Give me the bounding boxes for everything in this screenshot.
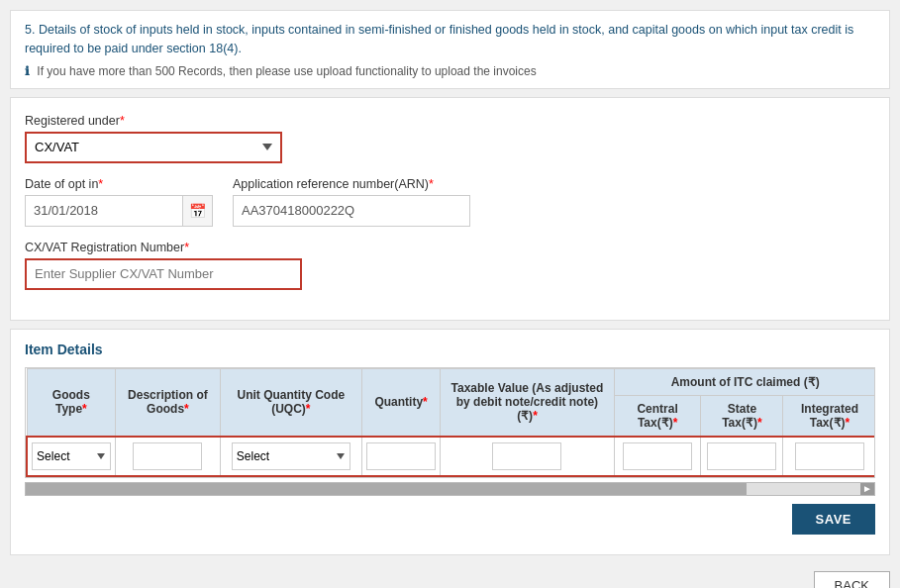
header-uqc: Unit Quantity Code (UQC)* <box>220 368 361 437</box>
scroll-right-arrow[interactable]: ► <box>860 483 874 495</box>
taxable-value-input[interactable] <box>492 442 561 470</box>
cx-vat-group: CX/VAT Registration Number* <box>25 241 302 290</box>
arn-group: Application reference number(ARN)* <box>233 177 470 227</box>
date-arn-row: Date of opt in* 📅 Application reference … <box>25 177 875 227</box>
save-button-row: SAVE <box>25 496 875 542</box>
header-quantity: Quantity* <box>362 368 441 437</box>
header-central-tax: Central Tax(₹)* <box>614 395 701 437</box>
quantity-input[interactable] <box>366 442 436 470</box>
back-button[interactable]: BACK <box>814 571 890 589</box>
arn-label: Application reference number(ARN)* <box>233 177 470 191</box>
item-details-section: Item Details Goods Type* Description of … <box>10 329 890 555</box>
header-itc-amount: Amount of ITC claimed (₹) <box>614 368 875 395</box>
header-state-tax: State Tax(₹)* <box>701 395 783 437</box>
table-header-row: Goods Type* Description of Goods* Unit Q… <box>27 368 875 395</box>
central-tax-cell <box>614 437 701 476</box>
quantity-cell <box>362 437 441 476</box>
header-integrated-tax: Integrated Tax(₹)* <box>783 395 875 437</box>
date-opt-in-label: Date of opt in* <box>25 177 213 191</box>
section-title: Item Details <box>25 342 875 357</box>
description-input[interactable] <box>133 442 202 470</box>
warning-text: ℹ If you have more than 500 Records, the… <box>25 64 875 78</box>
info-section: 5. Details of stock of inputs held in st… <box>10 10 890 89</box>
save-button[interactable]: SAVE <box>792 504 875 535</box>
cx-vat-input[interactable] <box>25 258 302 290</box>
central-tax-input[interactable] <box>623 442 692 470</box>
info-main-text: 5. Details of stock of inputs held in st… <box>25 21 875 58</box>
form-section: Registered under* CX/VAT Others Date of … <box>10 97 890 321</box>
date-opt-in-group: Date of opt in* 📅 <box>25 177 213 227</box>
table-wrapper: Goods Type* Description of Goods* Unit Q… <box>25 367 875 478</box>
scrollbar-thumb[interactable] <box>26 483 747 495</box>
goods-type-cell: Select Inputs Capital Goods Semi-finishe… <box>27 437 116 476</box>
cx-vat-label: CX/VAT Registration Number* <box>25 241 302 254</box>
integrated-tax-cell <box>783 437 875 476</box>
registered-under-group: Registered under* CX/VAT Others <box>25 114 282 163</box>
uqc-select[interactable]: Select BAG BOX KGS LTR NOS MTR PCS <box>232 442 350 470</box>
taxable-value-cell <box>441 437 615 476</box>
goods-type-select[interactable]: Select Inputs Capital Goods Semi-finishe… <box>32 442 111 470</box>
header-taxable-value: Taxable Value (As adjusted by debit note… <box>441 368 615 437</box>
warning-message: If you have more than 500 Records, then … <box>37 64 536 78</box>
arn-input[interactable] <box>233 195 470 227</box>
info-icon: ℹ <box>25 64 30 78</box>
header-description: Description of Goods* <box>116 368 220 437</box>
horizontal-scrollbar[interactable]: ◄ ► <box>25 482 875 496</box>
registered-under-select[interactable]: CX/VAT Others <box>25 132 282 163</box>
item-details-table: Goods Type* Description of Goods* Unit Q… <box>26 368 875 477</box>
uqc-cell: Select BAG BOX KGS LTR NOS MTR PCS <box>220 437 361 476</box>
header-goods-type: Goods Type* <box>27 368 116 437</box>
description-cell <box>116 437 220 476</box>
state-tax-input[interactable] <box>707 442 776 470</box>
registered-under-row: Registered under* CX/VAT Others <box>25 114 875 163</box>
registered-under-label: Registered under* <box>25 114 282 128</box>
state-tax-cell <box>701 437 783 476</box>
cx-vat-row: CX/VAT Registration Number* <box>25 241 875 290</box>
back-button-row: BACK <box>10 563 890 589</box>
date-opt-in-input[interactable] <box>25 195 183 227</box>
integrated-tax-input[interactable] <box>795 442 864 470</box>
calendar-icon[interactable]: 📅 <box>183 195 213 227</box>
table-row: Select Inputs Capital Goods Semi-finishe… <box>27 437 875 476</box>
date-input-wrapper: 📅 <box>25 195 213 227</box>
